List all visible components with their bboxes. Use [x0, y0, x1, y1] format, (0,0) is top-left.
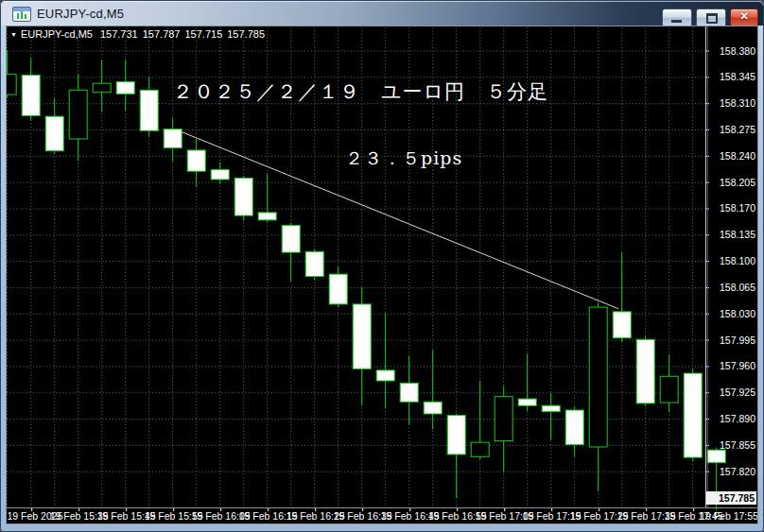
maximize-button[interactable] — [696, 9, 726, 27]
candle-body — [376, 370, 394, 381]
close-icon: ✕ — [731, 10, 757, 23]
price-axis-label: 158.170 — [720, 202, 755, 214]
price-axis-label: 158.240 — [720, 150, 755, 162]
window-titlebar[interactable]: EURJPY-cd,M5 ✕ — [1, 1, 763, 26]
candlestick-chart-icon[interactable] — [12, 7, 31, 22]
candle-body — [471, 442, 489, 456]
candle-body — [187, 150, 205, 171]
candlestick-16:20 — [282, 223, 300, 282]
candlestick-15:30 — [45, 98, 63, 154]
candlestick-16:25 — [305, 249, 323, 281]
candle-body — [447, 416, 465, 455]
ohlc-info-bar: ▼EURJPY-cd,M5157.731157.787157.715157.78… — [10, 28, 269, 41]
candle-body — [707, 450, 725, 463]
candle-body — [69, 90, 87, 139]
pips-annotation[interactable]: ２３．５pips — [345, 146, 462, 171]
candle-body — [164, 129, 182, 148]
candlestick-16:45 — [400, 356, 418, 425]
candlestick-17:20 — [565, 406, 583, 456]
candlestick-17:45 — [684, 369, 702, 461]
candlestick-15:35 — [69, 74, 87, 161]
price-axis-label: 158.345 — [720, 71, 755, 82]
price-axis-label: 158.310 — [720, 97, 755, 109]
candlestick-15:40 — [93, 60, 111, 112]
price-axis-label: 157.995 — [720, 335, 755, 346]
candlestick-16:15 — [258, 174, 276, 222]
candle-body — [495, 397, 512, 441]
candle-body — [282, 225, 300, 252]
headline-annotation[interactable]: ２０２５／２／１９ ユーロ円 ５分足 — [173, 78, 548, 105]
price-axis-label: 157.960 — [720, 360, 755, 371]
candle-body — [234, 178, 252, 215]
candle-body — [589, 307, 607, 447]
candle-body — [305, 251, 323, 276]
candlestick-16:00 — [187, 139, 205, 186]
close-button[interactable]: ✕ — [730, 9, 758, 27]
candlestick-17:35 — [636, 335, 654, 406]
candlestick-16:10 — [234, 176, 252, 221]
candle-body — [116, 82, 134, 94]
candle-body — [329, 274, 347, 304]
price-axis-label: 158.030 — [720, 308, 755, 319]
candlestick-15:50 — [140, 77, 158, 137]
candle-body — [258, 213, 276, 220]
candlestick-17:40 — [660, 354, 678, 412]
price-axis-label: 158.135 — [720, 229, 755, 240]
chart-panel[interactable]: 158.380158.345158.310158.275158.240158.2… — [6, 26, 758, 524]
symbol-period-label: EURJPY-cd,M5 — [21, 28, 93, 40]
ohlc-close: 157.785 — [227, 28, 265, 40]
candlestick-17:10 — [518, 353, 536, 410]
window-title: EURJPY-cd,M5 — [37, 7, 124, 21]
candlestick-15:55 — [164, 118, 182, 163]
candle-body — [140, 90, 158, 130]
price-axis-label: 158.205 — [720, 177, 755, 188]
candle-body — [211, 170, 229, 180]
candle-body — [424, 402, 442, 414]
candle-body — [22, 75, 40, 115]
candle-body — [7, 75, 16, 94]
price-axis-label: 158.275 — [720, 124, 755, 135]
candle-body — [518, 399, 536, 405]
price-axis-label: 158.065 — [720, 282, 755, 293]
price-axis-label: 157.890 — [720, 413, 755, 424]
candlestick-17:15 — [542, 393, 560, 440]
candle-body — [93, 83, 111, 93]
candle-body — [660, 376, 678, 403]
candle-body — [636, 339, 654, 403]
candlestick-16:50 — [424, 350, 442, 429]
candlestick-16:35 — [353, 287, 371, 406]
mt4-chart-window: EURJPY-cd,M5 ✕ 158.380158.345158.310158.… — [0, 0, 764, 532]
candle-body — [542, 405, 560, 411]
price-axis-label: 157.820 — [720, 466, 755, 477]
candlestick-16:30 — [329, 266, 347, 307]
candle-body — [353, 304, 371, 369]
candle-body — [613, 312, 631, 338]
minimize-button[interactable] — [662, 9, 692, 27]
candlestick-17:30 — [613, 252, 631, 342]
candle-body — [565, 410, 583, 445]
ohlc-high: 157.787 — [143, 28, 181, 40]
candlestick-16:40 — [376, 313, 394, 407]
candle-body — [400, 383, 418, 402]
maximize-icon — [706, 13, 718, 24]
time-axis-label: 19 Feb 17:55 — [700, 510, 757, 522]
candlestick-17:05 — [495, 386, 512, 472]
current-price-label: 157.785 — [719, 492, 755, 504]
candlestick-17:25 — [589, 302, 607, 491]
price-axis-label: 158.380 — [720, 45, 755, 57]
ohlc-low: 157.715 — [184, 28, 222, 40]
price-axis-label: 157.925 — [720, 386, 755, 398]
price-axis-label: 157.855 — [720, 439, 755, 451]
candle-body — [45, 116, 63, 151]
minimize-icon — [671, 20, 682, 23]
symbol-dropdown-icon[interactable]: ▼ — [10, 31, 17, 38]
candlestick-15:20 — [7, 50, 16, 97]
candlestick-15:25 — [22, 58, 40, 120]
price-axis-label: 158.100 — [720, 255, 755, 266]
candlestick-16:05 — [211, 163, 229, 184]
ohlc-open: 157.731 — [100, 28, 138, 40]
candlestick-16:55 — [447, 413, 465, 498]
candle-body — [684, 373, 702, 457]
